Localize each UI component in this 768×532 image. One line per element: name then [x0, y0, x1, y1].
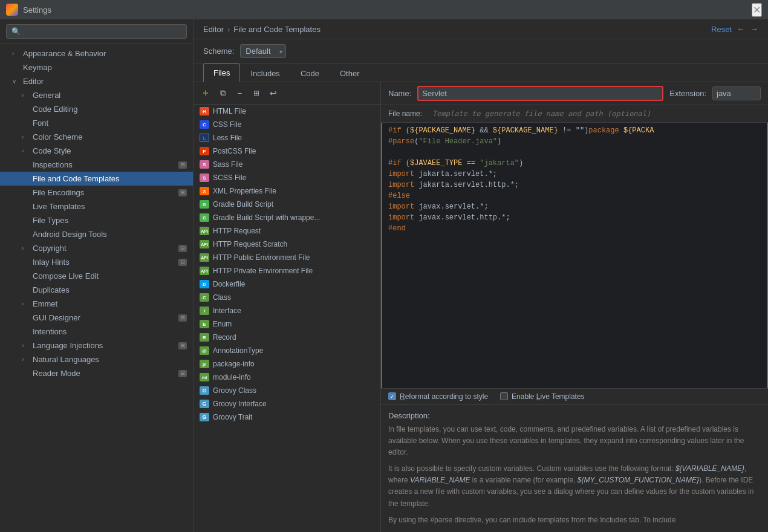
code-line — [382, 147, 767, 158]
list-item[interactable]: pi package-info — [194, 357, 380, 371]
list-item[interactable]: S Sass File — [194, 158, 380, 171]
list-item[interactable]: E Enum — [194, 317, 380, 331]
name-input[interactable] — [417, 86, 663, 101]
reformat-checkbox[interactable] — [388, 392, 396, 400]
list-item[interactable]: H HTML File — [194, 105, 380, 118]
list-item[interactable]: C Class — [194, 291, 380, 304]
groovy-interface-icon: G — [200, 400, 209, 408]
list-item[interactable]: G Groovy Class — [194, 384, 380, 397]
sidebar-item-language-injections[interactable]: › Language Injections ⊟ — [0, 339, 193, 352]
list-item[interactable]: G Groovy Trait — [194, 410, 380, 424]
list-item[interactable]: I Interface — [194, 304, 380, 317]
list-item[interactable]: D Dockerfile — [194, 277, 380, 291]
tab-code[interactable]: Code — [290, 64, 330, 82]
list-item[interactable]: G Gradle Build Script with wrappe... — [194, 211, 380, 224]
sidebar-item-copyright[interactable]: › Copyright ⊟ — [0, 241, 193, 255]
scheme-row: Scheme: Default — [194, 39, 768, 63]
file-item-label: PostCSS File — [213, 147, 256, 155]
live-templates-checkbox[interactable] — [500, 392, 508, 400]
filename-input[interactable] — [428, 108, 761, 120]
tab-other[interactable]: Other — [330, 64, 370, 82]
sidebar-item-file-types[interactable]: File Types — [0, 213, 193, 227]
sidebar-item-appearance[interactable]: › Appearance & Behavior — [0, 47, 193, 60]
main-layout: › Appearance & Behavior Keymap ∨ Editor … — [0, 19, 768, 532]
list-item[interactable]: API HTTP Private Environment File — [194, 264, 380, 277]
sidebar-item-natural-languages[interactable]: › Natural Languages — [0, 352, 193, 366]
sidebar-item-font[interactable]: Font — [0, 116, 193, 130]
sidebar-item-label: Inlay Hints — [33, 258, 175, 267]
sidebar-item-emmet[interactable]: › Emmet — [0, 297, 193, 311]
code-line: #parse("File Header.java") — [382, 136, 767, 147]
duplicate-template-button[interactable]: ⊞ — [249, 86, 264, 100]
file-item-label: Interface — [213, 307, 241, 315]
sidebar-item-editor[interactable]: ∨ Editor — [0, 74, 193, 88]
sidebar-item-live-templates[interactable]: Live Templates — [0, 199, 193, 213]
list-item[interactable]: G Groovy Interface — [194, 397, 380, 410]
live-templates-checkbox-row[interactable]: Enable Live Templates — [500, 392, 585, 401]
sidebar-item-inspections[interactable]: Inspections ⊟ — [0, 158, 193, 172]
close-button[interactable]: ✕ — [752, 3, 762, 17]
sidebar-item-android-design-tools[interactable]: Android Design Tools — [0, 227, 193, 241]
http-public-icon: API — [200, 253, 209, 262]
code-line: import javax.servlet.*; — [382, 201, 767, 212]
file-item-label: Record — [213, 333, 236, 342]
sidebar-item-label: Emmet — [33, 299, 57, 308]
sidebar-item-intentions[interactable]: Intentions — [0, 325, 193, 339]
annotation-file-icon: @ — [200, 346, 209, 355]
file-list: H HTML File C CSS File L Less File P — [194, 105, 380, 532]
breadcrumb-separator: › — [227, 25, 230, 34]
scheme-select[interactable]: Default — [240, 44, 286, 58]
sidebar-item-compose-live-edit[interactable]: Compose Live Edit — [0, 269, 193, 283]
list-item[interactable]: C CSS File — [194, 118, 380, 131]
revert-template-button[interactable]: ↩ — [266, 86, 281, 100]
tab-files[interactable]: Files — [203, 63, 240, 82]
filename-label: File name: — [388, 109, 422, 118]
code-editor[interactable]: #if (${PACKAGE_NAME} && ${PACKAGE_NAME} … — [381, 123, 768, 388]
sidebar-item-general[interactable]: › General — [0, 88, 193, 102]
extension-input[interactable] — [712, 86, 761, 100]
list-item[interactable]: mi module-info — [194, 371, 380, 384]
reformat-checkbox-row[interactable]: Reformat according to style — [388, 392, 488, 401]
sidebar-item-label: File Types — [33, 216, 68, 225]
sidebar-item-label: GUI Designer — [33, 313, 175, 322]
live-templates-label: Enable Live Templates — [512, 392, 585, 401]
file-item-label: XML Properties File — [213, 187, 276, 195]
sidebar-item-file-encodings[interactable]: File Encodings ⊟ — [0, 186, 193, 199]
sidebar-item-keymap[interactable]: Keymap — [0, 60, 193, 74]
list-item[interactable]: API HTTP Public Environment File — [194, 251, 380, 264]
settings-badge: ⊟ — [178, 342, 187, 349]
sidebar-item-file-code-templates[interactable]: File and Code Templates — [0, 172, 193, 186]
list-item[interactable]: G Gradle Build Script — [194, 198, 380, 211]
list-item[interactable]: L Less File — [194, 131, 380, 144]
reset-button[interactable]: Reset — [711, 25, 732, 34]
editor-panel: Name: Extension: File name: #if (${PACKA… — [381, 82, 768, 532]
sidebar-item-reader-mode[interactable]: Reader Mode ⊟ — [0, 366, 193, 380]
sidebar-item-label: Duplicates — [33, 285, 70, 294]
list-item[interactable]: API HTTP Request — [194, 224, 380, 238]
list-item[interactable]: API HTTP Request Scratch — [194, 238, 380, 251]
chevron-down-icon: ∨ — [12, 78, 19, 85]
sidebar-item-color-scheme[interactable]: › Color Scheme — [0, 130, 193, 144]
search-input[interactable] — [6, 24, 187, 39]
nav-back-button[interactable]: ← — [737, 24, 745, 34]
file-item-label: Gradle Build Script with wrappe... — [213, 213, 320, 222]
sidebar-item-inlay-hints[interactable]: Inlay Hints ⊟ — [0, 255, 193, 269]
list-item[interactable]: P PostCSS File — [194, 144, 380, 158]
list-item[interactable]: X XML Properties File — [194, 184, 380, 198]
sidebar-item-code-style[interactable]: › Code Style — [0, 144, 193, 158]
sidebar-item-code-editing[interactable]: Code Editing — [0, 102, 193, 116]
sidebar-item-label: File and Code Templates — [33, 174, 120, 183]
copy-template-button[interactable]: ⧉ — [215, 86, 230, 100]
list-item[interactable]: S SCSS File — [194, 171, 380, 184]
sidebar-item-label: Keymap — [23, 63, 52, 72]
sidebar-item-duplicates[interactable]: Duplicates — [0, 283, 193, 297]
add-template-button[interactable]: + — [198, 86, 213, 100]
tab-includes[interactable]: Includes — [240, 64, 290, 82]
sidebar-item-gui-designer[interactable]: GUI Designer ⊟ — [0, 311, 193, 325]
nav-forward-button[interactable]: → — [750, 24, 758, 34]
remove-template-button[interactable]: − — [232, 86, 247, 100]
list-item[interactable]: @ AnnotationType — [194, 344, 380, 357]
description-title: Description: — [388, 411, 761, 420]
dialog: › Appearance & Behavior Keymap ∨ Editor … — [0, 19, 768, 532]
list-item[interactable]: R Record — [194, 331, 380, 344]
